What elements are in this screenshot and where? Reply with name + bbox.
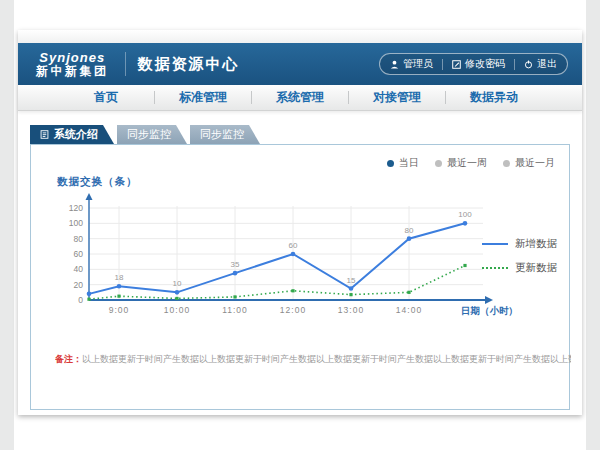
line-chart: 0204060801001209:0010:0011:0012:0013:001… [45,190,525,330]
page-right-margin [586,0,600,450]
data-point [117,284,122,289]
data-point [291,289,294,292]
data-point [349,293,352,296]
radio-unselected-icon [435,160,442,167]
y-tick-label: 120 [69,203,83,213]
legend-label: 新增数据 [515,237,557,251]
legend-label: 更新数据 [515,261,557,275]
range-label: 最近一月 [515,156,555,170]
data-point-label: 80 [405,226,414,235]
page-title: 数据资源中心 [138,55,240,74]
x-tick-label: 12:00 [280,305,306,315]
power-icon [524,60,533,69]
page-left-margin [0,0,14,450]
data-point [233,295,236,298]
footnote: 备注：以上数据更新于时间产生数据以上数据更新于时间产生数据以上数据更新于时间产生… [55,353,571,366]
data-point [407,236,412,241]
range-option-last-week[interactable]: 最近一周 [435,156,487,170]
brand-logo: Synjones 新中新集团 [32,51,113,77]
data-point [463,221,468,226]
pill-separator [514,59,515,70]
legend-item-updated-data[interactable]: 更新数据 [482,261,557,275]
tab-system-intro[interactable]: 系统介绍 [30,125,114,144]
document-icon [40,130,49,139]
time-range-selector: 当日 最近一周 最近一月 [387,156,555,170]
x-tick-label: 11:00 [222,305,248,315]
user-name: 管理员 [403,57,433,71]
data-point-label: 100 [458,210,472,219]
nav-item-home[interactable]: 首页 [58,89,154,106]
data-point [175,290,180,295]
range-label: 当日 [399,156,419,170]
y-tick-label: 60 [74,249,84,259]
data-point-label: 18 [115,273,124,282]
green-dotted-sample-icon [482,267,508,269]
data-point [463,264,466,267]
y-tick-label: 40 [74,264,84,274]
nav-item-interface-mgmt[interactable]: 对接管理 [349,89,445,106]
content-area: 系统介绍 同步监控 同步监控 当日 最近一周 [18,125,582,410]
data-point [175,297,178,300]
x-tick-label: 13:00 [338,305,364,315]
app-header: Synjones 新中新集团 数据资源中心 管理员 修改密码 [18,43,582,85]
x-axis-arrow-icon [485,296,493,304]
data-point [87,292,92,297]
y-tick-label: 80 [74,234,84,244]
data-point [117,295,120,298]
pill-separator [442,59,443,70]
data-point-label: 35 [231,260,240,269]
range-label: 最近一周 [447,156,487,170]
edit-icon [452,60,461,69]
tab-label: 同步监控 [127,127,171,142]
change-password-label: 修改密码 [465,57,505,71]
main-nav: 首页 标准管理 系统管理 对接管理 数据异动 [18,85,582,111]
tab-bar: 系统介绍 同步监控 同步监控 [30,125,582,144]
nav-item-data-change[interactable]: 数据异动 [446,89,542,106]
data-point [407,291,410,294]
x-tick-label: 10:00 [164,305,190,315]
user-account-button[interactable]: 管理员 [390,57,433,71]
tab-sync-monitor-2[interactable]: 同步监控 [190,125,260,144]
chart-panel: 当日 最近一周 最近一月 数据交换（条） 0204060801001209:00… [30,144,570,410]
y-axis-arrow-icon [86,193,93,200]
nav-item-system-mgmt[interactable]: 系统管理 [252,89,348,106]
radio-unselected-icon [503,160,510,167]
data-point-label: 15 [347,276,356,285]
y-tick-label: 0 [78,295,83,305]
logo-text-cn: 新中新集团 [36,65,109,78]
data-point-label: 60 [289,241,298,250]
tab-sync-monitor-1[interactable]: 同步监控 [117,125,187,144]
logout-button[interactable]: 退出 [524,57,557,71]
y-tick-label: 20 [74,280,84,290]
data-point [291,252,296,257]
tab-label: 系统介绍 [54,127,98,142]
tab-label: 同步监控 [200,127,244,142]
x-tick-label: 9:00 [109,305,130,315]
logo-text-en: Synjones [39,51,105,65]
nav-item-standard-mgmt[interactable]: 标准管理 [155,89,251,106]
app-window: Synjones 新中新集团 数据资源中心 管理员 修改密码 [18,30,582,415]
y-axis-title: 数据交换（条） [57,175,138,189]
user-menu: 管理员 修改密码 退出 [379,53,568,75]
footnote-prefix: 备注： [55,354,82,364]
range-option-today[interactable]: 当日 [387,156,419,170]
person-icon [390,60,399,69]
window-top-padding [18,30,582,43]
y-tick-label: 100 [69,218,83,228]
series-legend: 新增数据 更新数据 [482,237,557,275]
header-divider [125,52,126,76]
change-password-button[interactable]: 修改密码 [452,57,505,71]
range-option-last-month[interactable]: 最近一月 [503,156,555,170]
data-point [349,286,354,291]
data-point [233,271,238,276]
footnote-text: 以上数据更新于时间产生数据以上数据更新于时间产生数据以上数据更新于时间产生数据以… [82,354,571,364]
radio-selected-icon [387,160,394,167]
data-point [87,298,90,301]
x-tick-label: 14:00 [396,305,422,315]
x-axis-title: 日期（小时） [461,305,518,317]
blue-line-sample-icon [482,243,508,245]
data-point-label: 10 [173,279,182,288]
legend-item-new-data[interactable]: 新增数据 [482,237,557,251]
logout-label: 退出 [537,57,557,71]
